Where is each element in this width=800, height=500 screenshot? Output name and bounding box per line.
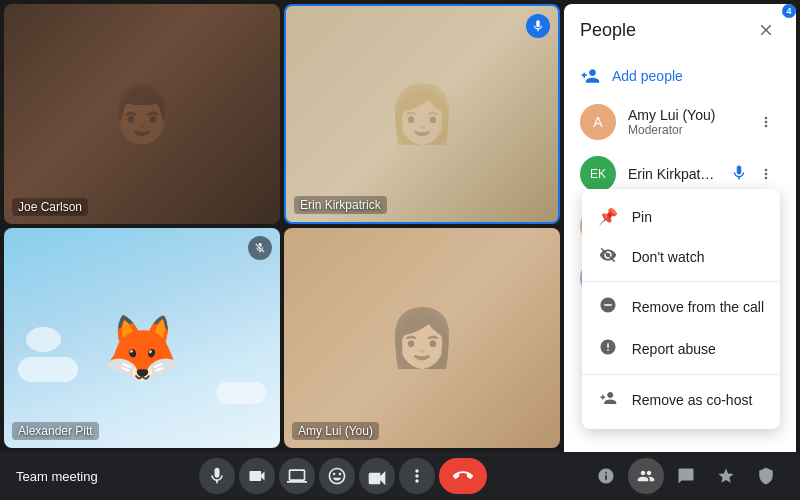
- person-actions-amy: [752, 108, 780, 136]
- chat-button[interactable]: [668, 458, 704, 494]
- more-options-erin[interactable]: [752, 160, 780, 188]
- menu-label-remove-from-call: Remove from the call: [632, 299, 764, 315]
- emoji-button[interactable]: [319, 458, 355, 494]
- person-info-erin: Erin Kirkpatrick: [628, 166, 718, 182]
- person-item-amy: A Amy Lui (You) Moderator: [564, 96, 796, 148]
- remove-call-icon: [598, 296, 618, 318]
- person-name-erin: Erin Kirkpatrick: [628, 166, 718, 182]
- video-tile-alexander: 🦊 Alexander Pitt: [4, 228, 280, 448]
- bottom-bar: Team meeting: [0, 452, 800, 500]
- tile-label-erin: Erin Kirkpatrick: [294, 196, 387, 214]
- info-button[interactable]: [588, 458, 624, 494]
- more-options-button[interactable]: [399, 458, 435, 494]
- menu-item-remove-from-call[interactable]: Remove from the call: [582, 286, 780, 328]
- video-grid: 👨🏾 Joe Carlson 👩🏼 Erin Kirkpatrick 🦊: [0, 0, 564, 452]
- dont-watch-icon: [598, 246, 618, 267]
- camera-button[interactable]: [239, 458, 275, 494]
- screen-share-button[interactable]: [279, 458, 315, 494]
- menu-label-dont-watch: Don't watch: [632, 249, 705, 265]
- close-people-button[interactable]: [752, 16, 780, 44]
- meeting-title: Team meeting: [16, 469, 98, 484]
- remove-cohost-icon: [598, 389, 618, 411]
- joe-face: 👨🏾: [4, 4, 280, 224]
- menu-divider-1: [582, 281, 780, 282]
- menu-label-pin: Pin: [632, 209, 652, 225]
- people-title: People: [580, 20, 636, 41]
- activities-button[interactable]: [708, 458, 744, 494]
- erin-speaking-icon: [730, 164, 748, 185]
- people-count-badge: 4: [782, 4, 796, 18]
- tile-label-alexander: Alexander Pitt: [12, 422, 99, 440]
- video-tile-amy: 👩🏻 Amy Lui (You): [284, 228, 560, 448]
- amy-face: 👩🏻: [284, 228, 560, 448]
- video-tile-joe: 👨🏾 Joe Carlson: [4, 4, 280, 224]
- person-name-amy: Amy Lui (You): [628, 107, 740, 123]
- avatar-amy: A: [580, 104, 616, 140]
- erin-speaker-icon: [526, 14, 550, 38]
- avatar-erin: EK: [580, 156, 616, 192]
- menu-item-pin[interactable]: 📌 Pin: [582, 197, 780, 236]
- end-call-button[interactable]: [439, 458, 487, 494]
- report-icon: [598, 338, 618, 360]
- tile-label-amy: Amy Lui (You): [292, 422, 379, 440]
- main-area: 👨🏾 Joe Carlson 👩🏼 Erin Kirkpatrick 🦊: [0, 0, 800, 452]
- menu-item-dont-watch[interactable]: Don't watch: [582, 236, 780, 277]
- menu-item-remove-co-host[interactable]: Remove as co-host: [582, 379, 780, 421]
- menu-label-report-abuse: Report abuse: [632, 341, 716, 357]
- person-role-amy: Moderator: [628, 123, 740, 137]
- menu-label-remove-co-host: Remove as co-host: [632, 392, 753, 408]
- erin-face: 👩🏼: [286, 6, 558, 222]
- people-header: People: [564, 4, 796, 56]
- tile-label-joe: Joe Carlson: [12, 198, 88, 216]
- video-tile-erin: 👩🏼 Erin Kirkpatrick: [284, 4, 560, 224]
- toolbar-right: 4: [588, 458, 784, 494]
- person-info-amy: Amy Lui (You) Moderator: [628, 107, 740, 137]
- toolbar-center: [199, 458, 487, 494]
- alexander-emoji: 🦊: [102, 311, 182, 386]
- menu-divider-2: [582, 374, 780, 375]
- alexander-mute-icon: [248, 236, 272, 260]
- person-actions-erin: [730, 160, 780, 188]
- add-people-button[interactable]: Add people: [564, 56, 796, 96]
- menu-item-report-abuse[interactable]: Report abuse: [582, 328, 780, 370]
- context-menu: 📌 Pin Don't watch Rem: [582, 189, 780, 429]
- add-people-label: Add people: [612, 68, 683, 84]
- share-button[interactable]: [359, 458, 395, 494]
- mic-button[interactable]: [199, 458, 235, 494]
- pin-icon: 📌: [598, 207, 618, 226]
- more-options-amy[interactable]: [752, 108, 780, 136]
- people-button[interactable]: 4: [628, 458, 664, 494]
- security-button[interactable]: [748, 458, 784, 494]
- people-panel: People Add people A Amy Lui (You): [564, 4, 796, 452]
